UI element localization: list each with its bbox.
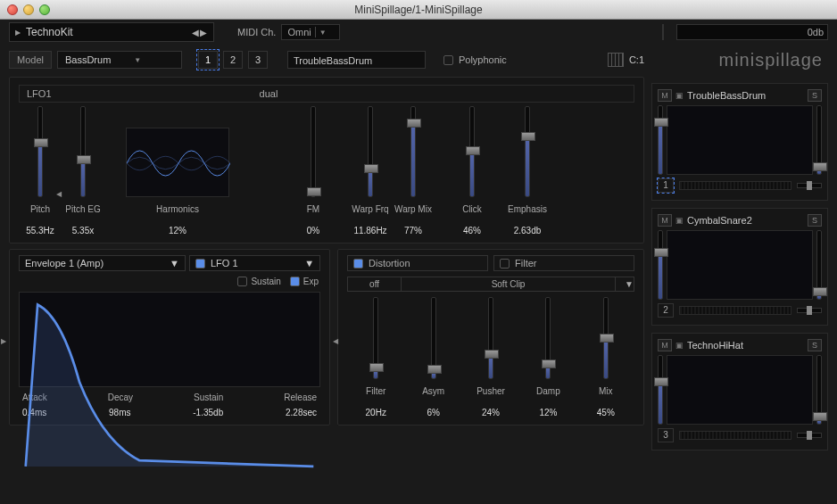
folder-icon: ▣ <box>675 341 684 350</box>
param-label: Mix <box>599 386 613 399</box>
distortion-toggle[interactable]: Distortion <box>347 255 488 271</box>
patch-name-field[interactable]: TroubleBassDrum <box>287 51 426 69</box>
chevron-down-icon: ▼ <box>615 277 634 291</box>
window-close-button[interactable] <box>7 4 18 15</box>
pad-volume-slider[interactable] <box>658 105 663 175</box>
pitch-slider[interactable] <box>37 106 43 197</box>
warp mix-slider[interactable] <box>410 106 416 197</box>
brand-logo: minispillage <box>651 48 828 76</box>
param-label: Click <box>462 204 482 217</box>
param-label: Harmonics <box>156 204 199 217</box>
triangle-right-icon[interactable]: ◀ <box>333 337 338 345</box>
pad-card-3[interactable]: M ▣ TechnoHiHat S 3 <box>651 333 828 450</box>
pad-waveform <box>667 230 813 300</box>
solo-button[interactable]: S <box>808 89 822 102</box>
param-value: 11.86Hz <box>353 226 386 235</box>
model-dropdown[interactable]: BassDrum ▼ <box>57 51 182 69</box>
midi-channel-dropdown[interactable]: Omni ▼ <box>281 24 339 40</box>
param-value: 12% <box>169 226 186 235</box>
pad-pan-slider[interactable] <box>797 433 822 438</box>
output-level-label: 0db <box>808 27 824 37</box>
pad-pan-slider[interactable] <box>797 183 822 188</box>
envelope-selector[interactable]: Envelope 1 (Amp) ▼ <box>19 255 186 271</box>
pusher-slider[interactable] <box>488 297 493 379</box>
pad-number[interactable]: 3 <box>658 428 674 442</box>
pad-volume-slider[interactable] <box>658 230 663 300</box>
envelope-panel: Envelope 1 (Amp) ▼ LFO 1 ▼ Sustain Exp <box>9 249 330 426</box>
keyboard-icon[interactable] <box>608 53 624 67</box>
param-value: 5.35x <box>72 226 94 235</box>
mute-button[interactable]: M <box>658 214 672 227</box>
pad-waveform <box>667 105 813 175</box>
pad-send-slider[interactable] <box>816 230 822 300</box>
slot-1-button[interactable]: 1 <box>198 51 218 69</box>
pad-number[interactable]: 1 <box>658 178 674 193</box>
param-value: 20Hz <box>366 408 386 417</box>
param-value: 0% <box>307 226 319 235</box>
solo-button[interactable]: S <box>808 214 822 227</box>
fx-off-button[interactable]: off <box>348 277 402 291</box>
triangle-left-icon[interactable]: ▶ <box>1 337 6 345</box>
pad-pan-slider[interactable] <box>797 308 822 313</box>
filter-toggle[interactable]: Filter <box>493 255 634 271</box>
osc-mode: dual <box>64 86 473 102</box>
chevron-down-icon: ▼ <box>304 258 314 269</box>
param-label: Pitch <box>30 204 50 217</box>
pad-name: TechnoHiHat <box>687 340 804 351</box>
slot-3-button[interactable]: 3 <box>248 51 268 69</box>
exp-checkbox[interactable]: Exp <box>290 277 319 286</box>
mix-slider[interactable] <box>603 297 609 379</box>
filter-slider[interactable] <box>373 297 378 379</box>
preset-prev-next-icon[interactable]: ◀▶ <box>192 28 208 37</box>
model-row: Model BassDrum ▼ 1 2 3 TroubleBassDrum P… <box>9 48 644 71</box>
pad-name: TroubleBassDrum <box>687 90 804 101</box>
output-meter: 0db <box>676 24 828 40</box>
checkbox-icon <box>290 277 300 286</box>
pad-card-1[interactable]: M ▣ TroubleBassDrum S 1 <box>651 83 828 201</box>
checkbox-icon <box>500 259 510 269</box>
checkbox-icon <box>237 277 247 286</box>
pitch eg-slider[interactable] <box>80 106 86 197</box>
pad-send-slider[interactable] <box>816 355 822 425</box>
harmonics-display[interactable] <box>126 128 229 197</box>
click-slider[interactable] <box>469 106 475 197</box>
param-value: 55.3Hz <box>26 226 54 235</box>
fm-slider[interactable] <box>311 106 316 197</box>
param-value: 12% <box>539 408 557 417</box>
window-minimize-button[interactable] <box>23 4 34 15</box>
polyphonic-toggle[interactable]: Polyphonic <box>431 54 519 65</box>
param-label: FM <box>307 204 319 217</box>
mute-button[interactable]: M <box>658 89 672 102</box>
param-label: Damp <box>536 386 560 399</box>
oscillator-panel: LFO1 dual ◀ Pitch 55.3Hz Pitch EG 5.35x <box>9 77 644 244</box>
param-value: 45% <box>597 408 615 417</box>
envelope-graph[interactable] <box>19 292 320 387</box>
param-label: Pitch EG <box>65 204 100 217</box>
warp frq-slider[interactable] <box>368 106 373 197</box>
checkbox-icon <box>195 259 205 269</box>
pad-meter <box>679 431 791 440</box>
checkbox-icon <box>353 259 363 269</box>
solo-button[interactable]: S <box>808 339 822 351</box>
pad-number[interactable]: 2 <box>658 303 674 318</box>
preset-tri-icon: ▶ <box>15 29 21 37</box>
asym-slider[interactable] <box>431 297 436 379</box>
param-label: Warp Frq <box>352 204 388 217</box>
slot-2-button[interactable]: 2 <box>223 51 243 69</box>
param-label: Asym <box>422 386 444 399</box>
keymap-label[interactable]: C:1 <box>629 54 644 65</box>
preset-selector[interactable]: ▶ TechnoKit ◀▶ <box>9 22 214 42</box>
mute-button[interactable]: M <box>658 339 672 351</box>
pad-send-slider[interactable] <box>816 105 822 175</box>
folder-icon: ▣ <box>675 216 684 225</box>
param-value: 24% <box>482 408 500 417</box>
lfo-header[interactable]: LFO1 dual <box>19 85 634 103</box>
damp-slider[interactable] <box>545 297 551 379</box>
fx-algo-dropdown[interactable]: Soft Clip <box>402 277 615 291</box>
pad-card-2[interactable]: M ▣ CymbalSnare2 S 2 <box>651 208 828 326</box>
sustain-checkbox[interactable]: Sustain <box>237 277 280 286</box>
pad-volume-slider[interactable] <box>658 355 663 425</box>
window-zoom-button[interactable] <box>39 4 50 15</box>
lfo-toggle[interactable]: LFO 1 ▼ <box>189 255 320 271</box>
emphasis-slider[interactable] <box>525 106 530 197</box>
